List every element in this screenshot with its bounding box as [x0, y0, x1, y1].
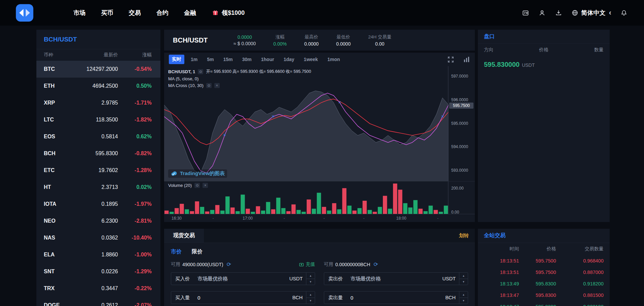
language-selector[interactable]: 简体中文 ‹ — [571, 8, 611, 17]
step-up-icon[interactable]: ▴ — [459, 273, 468, 279]
nav-item[interactable]: 交易 — [129, 9, 141, 17]
market-symbol: LTC — [44, 117, 76, 123]
step-up-icon[interactable]: ▴ — [306, 273, 315, 279]
market-price: 124297.2000 — [76, 66, 118, 72]
sell-amount-stepper[interactable]: ▴▾ — [459, 291, 468, 304]
step-down-icon[interactable]: ▾ — [306, 279, 315, 285]
sell-price-stepper[interactable]: ▴▾ — [459, 273, 468, 285]
market-list: BTC 124297.2000 -0.54% ETH 4694.2500 0.5… — [36, 61, 160, 306]
market-row[interactable]: NEO 6.2300 -2.81% — [36, 213, 160, 229]
sell-price-input[interactable]: 卖出价 市场最优价格 USDT ▴▾ — [324, 272, 468, 285]
profile-icon[interactable] — [538, 9, 546, 17]
interval-button[interactable]: 1day — [280, 55, 297, 64]
market-row[interactable]: LTC 118.3500 -1.82% — [36, 111, 160, 128]
sell-amount-input[interactable]: 卖出量 0 BCH ▴▾ — [324, 291, 468, 304]
col-price: 最新价 — [76, 52, 118, 58]
buy-price-input[interactable]: 买入价 市场最优价格 USDT ▴▾ — [171, 272, 315, 285]
market-symbol: TRX — [44, 285, 76, 291]
trade-amount: 0.902100 — [556, 304, 604, 306]
volume-pane[interactable]: Volume (20) ⊙ × 200.000.00 — [164, 181, 475, 214]
orderbook-title: 盘口 — [478, 30, 610, 44]
buy-price-stepper[interactable]: ▴▾ — [306, 273, 315, 285]
last-price-value: 0.0000 — [238, 34, 252, 40]
market-row[interactable]: NAS 0.0362 -10.40% — [36, 229, 160, 246]
trade-time: 18:13:49 — [484, 281, 519, 286]
sell-amount-unit: BCH — [445, 295, 459, 300]
market-row[interactable]: IOTA 0.1895 -1.97% — [36, 196, 160, 213]
market-row[interactable]: EOS 0.5814 0.62% — [36, 128, 160, 145]
nav-item[interactable]: 合约 — [156, 9, 168, 17]
buy-price-unit: USDT — [289, 276, 306, 281]
recharge-link[interactable]: 充值 — [299, 261, 315, 268]
interval-button[interactable]: 15m — [220, 55, 236, 64]
trade-row: 18:13:47 595.8300 0.881500 — [478, 289, 610, 301]
market-row[interactable]: ELA 1.8860 -1.00% — [36, 246, 160, 263]
market-row[interactable]: BCH 595.8300 -0.82% — [36, 145, 160, 162]
step-down-icon[interactable]: ▾ — [306, 298, 315, 304]
change-label: 涨幅 — [275, 34, 284, 40]
interval-button[interactable]: 1m — [188, 55, 201, 64]
nav-item[interactable]: 市场 — [73, 9, 86, 17]
interval-button[interactable]: 实时 — [169, 55, 184, 64]
legend-ma-cross: MA Cross (10, 30) — [168, 83, 204, 88]
market-change: -0.22% — [118, 285, 152, 291]
legend-settings-icon[interactable]: ⊙ — [198, 69, 203, 74]
ma-cross-close-icon[interactable]: × — [214, 83, 220, 88]
market-row[interactable]: TRX 0.3447 -0.22% — [36, 280, 160, 297]
chart-style-icon[interactable] — [463, 56, 470, 63]
buy-refresh-icon[interactable]: ⟳ — [226, 262, 231, 267]
exchange-logo[interactable] — [16, 4, 34, 22]
interval-button[interactable]: 30m — [239, 55, 255, 64]
market-row[interactable]: ETH 4694.2500 0.50% — [36, 78, 160, 94]
transfer-link[interactable]: 划转 — [459, 232, 469, 239]
nav-item[interactable]: 金融 — [184, 9, 196, 17]
market-symbol: ETH — [44, 83, 76, 89]
interval-button[interactable]: 1week — [301, 55, 321, 64]
market-price: 4694.2500 — [76, 83, 118, 89]
interval-button[interactable]: 1mon — [324, 55, 343, 64]
buy-amount-input[interactable]: 买入量 0 BCH ▴▾ — [171, 291, 315, 304]
market-price: 0.5814 — [76, 134, 118, 140]
fullscreen-icon[interactable] — [447, 56, 454, 63]
trades-title: 全站交易 — [478, 229, 610, 243]
buy-amount-stepper[interactable]: ▴▾ — [306, 291, 315, 304]
buy-available-row: 可用 49000.0000(USDT) ⟳ 充值 — [171, 261, 315, 268]
interval-button[interactable]: 1hour — [258, 55, 277, 64]
nav-item[interactable]: 买币 — [101, 9, 113, 17]
top-navbar: 市场买币交易合约金融 领$1000 — [0, 0, 644, 26]
volume-close-icon[interactable]: × — [203, 183, 208, 188]
interval-button[interactable]: 5m — [204, 55, 217, 64]
market-price: 6.2300 — [76, 218, 118, 224]
market-symbol: IOTA — [44, 201, 76, 207]
market-row[interactable]: ETC 19.7602 -1.28% — [36, 162, 160, 179]
market-row[interactable]: BTC 124297.2000 -0.54% — [36, 61, 160, 78]
volume-settings-icon[interactable]: ⊙ — [194, 183, 200, 188]
market-row[interactable]: DOGE 0.2612 -2.07% — [36, 297, 160, 306]
ticker-volume: 24H 交易量 0.00 — [368, 34, 391, 47]
ticker-low: 最低价 0.0000 — [336, 34, 351, 47]
ticker-last-price: 0.0000 ≈ $ 0.0000 — [234, 34, 256, 46]
step-up-icon[interactable]: ▴ — [306, 291, 315, 298]
kyc-document-icon[interactable] — [522, 9, 529, 17]
step-down-icon[interactable]: ▾ — [459, 298, 468, 304]
sell-refresh-icon[interactable]: ⟳ — [374, 262, 378, 267]
step-up-icon[interactable]: ▴ — [459, 291, 468, 298]
market-change: -10.40% — [118, 235, 152, 241]
download-app-icon[interactable] — [555, 9, 562, 17]
market-row[interactable]: XRP 2.9785 -1.71% — [36, 94, 160, 111]
ma-cross-settings-icon[interactable]: ⊙ — [206, 83, 212, 88]
market-row[interactable]: HT 2.3713 0.02% — [36, 179, 160, 196]
promo-bonus[interactable]: 领$1000 — [212, 9, 245, 17]
order-type-tab[interactable]: 市价 — [171, 248, 182, 255]
sell-available-value: 0.00000000BCH — [335, 262, 370, 267]
market-row[interactable]: SNT 0.0226 -1.29% — [36, 263, 160, 280]
market-change: -1.28% — [118, 167, 152, 173]
price-chart[interactable]: BCH/USDT, 1 ⊙ 开= 595.9300 高= 595.9300 低=… — [164, 66, 475, 181]
step-down-icon[interactable]: ▾ — [459, 279, 468, 285]
time-axis[interactable]: 16:3017:0018:00----- — [164, 214, 475, 222]
notifications-bell-icon[interactable] — [620, 9, 628, 17]
order-type-tab[interactable]: 限价 — [192, 248, 203, 255]
tradingview-attribution[interactable]: TradingView的图表 — [168, 169, 227, 178]
trades-header: 时间 价格 交易数量 — [478, 243, 610, 255]
orderbook-price-value: 595.830000 — [484, 61, 520, 68]
